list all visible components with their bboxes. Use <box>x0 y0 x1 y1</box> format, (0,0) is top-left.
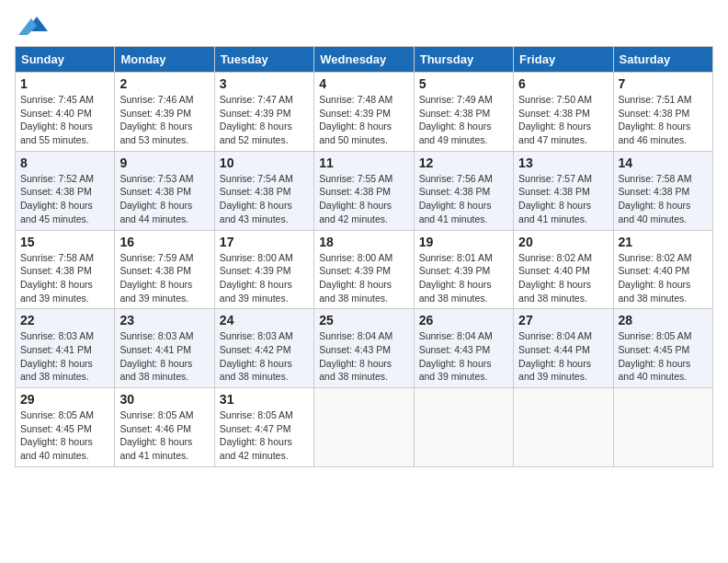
calendar-cell: 22Sunrise: 8:03 AMSunset: 4:41 PMDayligh… <box>16 309 115 388</box>
calendar-table: SundayMondayTuesdayWednesdayThursdayFrid… <box>15 46 713 467</box>
day-info: Sunrise: 8:02 AMSunset: 4:40 PMDaylight:… <box>518 251 608 305</box>
calendar-cell <box>613 388 712 467</box>
day-info: Sunrise: 8:00 AMSunset: 4:39 PMDaylight:… <box>319 251 408 305</box>
day-info: Sunrise: 8:03 AMSunset: 4:41 PMDaylight:… <box>119 329 209 384</box>
day-info: Sunrise: 8:04 AMSunset: 4:43 PMDaylight:… <box>319 329 408 384</box>
day-info: Sunrise: 7:55 AMSunset: 4:38 PMDaylight:… <box>319 172 408 226</box>
calendar-cell: 24Sunrise: 8:03 AMSunset: 4:42 PMDayligh… <box>214 309 313 388</box>
calendar-cell: 11Sunrise: 7:55 AMSunset: 4:38 PMDayligh… <box>314 151 414 230</box>
logo-icon <box>18 15 48 35</box>
day-number: 1 <box>20 76 109 91</box>
calendar-cell: 26Sunrise: 8:04 AMSunset: 4:43 PMDayligh… <box>414 309 513 388</box>
day-info: Sunrise: 7:47 AMSunset: 4:39 PMDaylight:… <box>220 93 309 147</box>
day-info: Sunrise: 7:57 AMSunset: 4:38 PMDaylight:… <box>518 172 608 226</box>
calendar-cell: 4Sunrise: 7:48 AMSunset: 4:39 PMDaylight… <box>314 73 414 152</box>
calendar-cell: 10Sunrise: 7:54 AMSunset: 4:38 PMDayligh… <box>214 151 313 230</box>
calendar-cell <box>414 388 513 467</box>
day-info: Sunrise: 8:03 AMSunset: 4:42 PMDaylight:… <box>220 329 309 384</box>
day-number: 11 <box>319 155 408 170</box>
day-number: 14 <box>619 155 708 170</box>
calendar-cell: 20Sunrise: 8:02 AMSunset: 4:40 PMDayligh… <box>514 230 613 309</box>
calendar-cell <box>314 388 414 467</box>
calendar-cell: 18Sunrise: 8:00 AMSunset: 4:39 PMDayligh… <box>314 230 414 309</box>
day-number: 4 <box>319 76 408 91</box>
day-number: 9 <box>119 155 209 170</box>
day-number: 10 <box>220 155 309 170</box>
weekday-header-wednesday: Wednesday <box>314 47 414 73</box>
logo <box>15 15 48 35</box>
calendar-cell: 16Sunrise: 7:59 AMSunset: 4:38 PMDayligh… <box>115 230 214 309</box>
day-number: 7 <box>619 76 708 91</box>
day-number: 20 <box>518 235 608 249</box>
day-number: 28 <box>619 313 708 327</box>
day-number: 5 <box>419 76 508 91</box>
day-number: 22 <box>20 313 109 327</box>
day-info: Sunrise: 7:52 AMSunset: 4:38 PMDaylight:… <box>20 172 109 226</box>
weekday-header-monday: Monday <box>115 47 214 73</box>
day-number: 19 <box>419 235 508 249</box>
day-info: Sunrise: 8:05 AMSunset: 4:45 PMDaylight:… <box>619 329 708 384</box>
day-number: 13 <box>518 155 608 170</box>
calendar-cell: 25Sunrise: 8:04 AMSunset: 4:43 PMDayligh… <box>314 309 414 388</box>
day-info: Sunrise: 7:53 AMSunset: 4:38 PMDaylight:… <box>119 172 209 226</box>
day-info: Sunrise: 7:54 AMSunset: 4:38 PMDaylight:… <box>220 172 309 226</box>
calendar-cell: 8Sunrise: 7:52 AMSunset: 4:38 PMDaylight… <box>16 151 115 230</box>
day-number: 17 <box>220 235 309 249</box>
calendar-cell: 6Sunrise: 7:50 AMSunset: 4:38 PMDaylight… <box>514 73 613 152</box>
day-info: Sunrise: 8:01 AMSunset: 4:39 PMDaylight:… <box>419 251 508 305</box>
day-info: Sunrise: 8:04 AMSunset: 4:44 PMDaylight:… <box>518 329 608 384</box>
calendar-cell: 30Sunrise: 8:05 AMSunset: 4:46 PMDayligh… <box>115 388 214 467</box>
calendar-cell: 7Sunrise: 7:51 AMSunset: 4:38 PMDaylight… <box>613 73 712 152</box>
calendar-week-row: 1Sunrise: 7:45 AMSunset: 4:40 PMDaylight… <box>16 73 713 152</box>
calendar-cell: 2Sunrise: 7:46 AMSunset: 4:39 PMDaylight… <box>115 73 214 152</box>
calendar-cell: 31Sunrise: 8:05 AMSunset: 4:47 PMDayligh… <box>214 388 313 467</box>
day-info: Sunrise: 8:02 AMSunset: 4:40 PMDaylight:… <box>619 251 708 305</box>
day-info: Sunrise: 7:48 AMSunset: 4:39 PMDaylight:… <box>319 93 408 147</box>
calendar-header-row: SundayMondayTuesdayWednesdayThursdayFrid… <box>16 47 713 73</box>
calendar-cell: 27Sunrise: 8:04 AMSunset: 4:44 PMDayligh… <box>514 309 613 388</box>
day-info: Sunrise: 8:05 AMSunset: 4:45 PMDaylight:… <box>20 408 109 463</box>
calendar-week-row: 15Sunrise: 7:58 AMSunset: 4:38 PMDayligh… <box>16 230 713 309</box>
weekday-header-thursday: Thursday <box>414 47 513 73</box>
page-header <box>15 15 713 35</box>
weekday-header-saturday: Saturday <box>613 47 712 73</box>
day-info: Sunrise: 7:59 AMSunset: 4:38 PMDaylight:… <box>119 251 209 305</box>
day-info: Sunrise: 7:58 AMSunset: 4:38 PMDaylight:… <box>619 172 708 226</box>
calendar-week-row: 22Sunrise: 8:03 AMSunset: 4:41 PMDayligh… <box>16 309 713 388</box>
day-number: 24 <box>220 313 309 327</box>
day-number: 31 <box>220 392 309 407</box>
weekday-header-sunday: Sunday <box>16 47 115 73</box>
calendar-cell: 5Sunrise: 7:49 AMSunset: 4:38 PMDaylight… <box>414 73 513 152</box>
calendar-cell: 12Sunrise: 7:56 AMSunset: 4:38 PMDayligh… <box>414 151 513 230</box>
day-info: Sunrise: 8:05 AMSunset: 4:46 PMDaylight:… <box>119 408 209 463</box>
calendar-cell <box>514 388 613 467</box>
calendar-cell: 19Sunrise: 8:01 AMSunset: 4:39 PMDayligh… <box>414 230 513 309</box>
calendar-cell: 9Sunrise: 7:53 AMSunset: 4:38 PMDaylight… <box>115 151 214 230</box>
calendar-week-row: 29Sunrise: 8:05 AMSunset: 4:45 PMDayligh… <box>16 388 713 467</box>
day-info: Sunrise: 7:51 AMSunset: 4:38 PMDaylight:… <box>619 93 708 147</box>
calendar-cell: 15Sunrise: 7:58 AMSunset: 4:38 PMDayligh… <box>16 230 115 309</box>
calendar-cell: 23Sunrise: 8:03 AMSunset: 4:41 PMDayligh… <box>115 309 214 388</box>
day-info: Sunrise: 8:00 AMSunset: 4:39 PMDaylight:… <box>220 251 309 305</box>
day-number: 25 <box>319 313 408 327</box>
day-info: Sunrise: 8:03 AMSunset: 4:41 PMDaylight:… <box>20 329 109 384</box>
day-number: 6 <box>518 76 608 91</box>
day-info: Sunrise: 7:58 AMSunset: 4:38 PMDaylight:… <box>20 251 109 305</box>
calendar-cell: 29Sunrise: 8:05 AMSunset: 4:45 PMDayligh… <box>16 388 115 467</box>
calendar-cell: 14Sunrise: 7:58 AMSunset: 4:38 PMDayligh… <box>613 151 712 230</box>
day-info: Sunrise: 8:04 AMSunset: 4:43 PMDaylight:… <box>419 329 508 384</box>
day-info: Sunrise: 7:46 AMSunset: 4:39 PMDaylight:… <box>119 93 209 147</box>
day-number: 29 <box>20 392 109 407</box>
calendar-cell: 3Sunrise: 7:47 AMSunset: 4:39 PMDaylight… <box>214 73 313 152</box>
day-info: Sunrise: 7:45 AMSunset: 4:40 PMDaylight:… <box>20 93 109 147</box>
calendar-cell: 17Sunrise: 8:00 AMSunset: 4:39 PMDayligh… <box>214 230 313 309</box>
day-number: 15 <box>20 235 109 249</box>
weekday-header-tuesday: Tuesday <box>214 47 313 73</box>
day-info: Sunrise: 8:05 AMSunset: 4:47 PMDaylight:… <box>220 408 309 463</box>
day-info: Sunrise: 7:56 AMSunset: 4:38 PMDaylight:… <box>419 172 508 226</box>
calendar-week-row: 8Sunrise: 7:52 AMSunset: 4:38 PMDaylight… <box>16 151 713 230</box>
weekday-header-friday: Friday <box>514 47 613 73</box>
day-number: 23 <box>119 313 209 327</box>
day-number: 18 <box>319 235 408 249</box>
calendar-cell: 1Sunrise: 7:45 AMSunset: 4:40 PMDaylight… <box>16 73 115 152</box>
